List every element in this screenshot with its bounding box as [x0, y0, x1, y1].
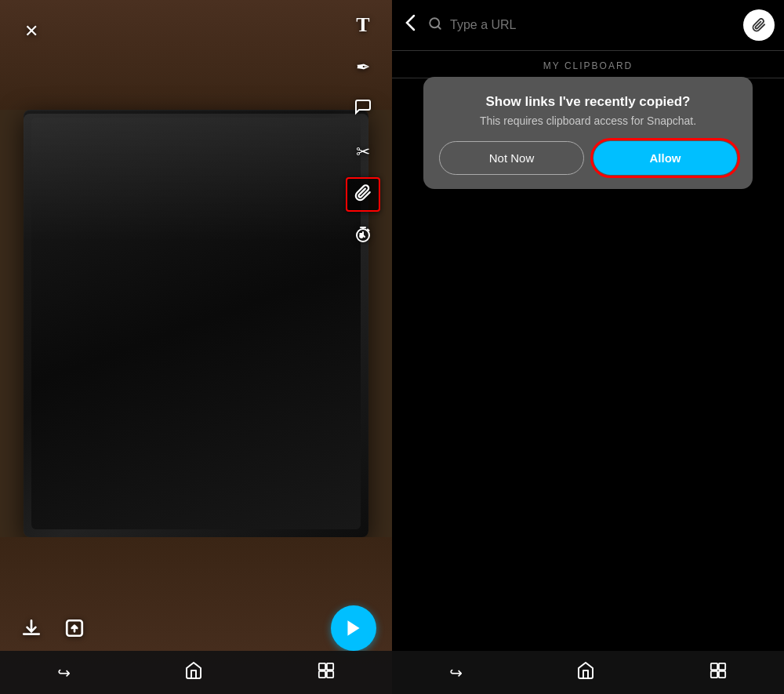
send-icon — [343, 618, 364, 638]
url-bar — [392, 0, 784, 51]
search-icon — [428, 16, 442, 35]
close-button[interactable]: ✕ — [16, 16, 47, 47]
back-nav-icon[interactable]: ↩ — [57, 663, 71, 682]
svg-rect-6 — [319, 670, 325, 677]
svg-rect-12 — [719, 670, 725, 677]
dialog-overlay: Show links I've recently copied? This re… — [392, 61, 784, 205]
svg-rect-11 — [711, 670, 717, 677]
text-tool-button[interactable]: T — [346, 8, 380, 42]
share-button[interactable] — [59, 612, 90, 644]
svg-text:5: 5 — [360, 233, 363, 238]
table-background-top — [0, 0, 392, 110]
url-attach-button[interactable] — [743, 9, 775, 41]
paperclip-tool-button[interactable] — [346, 177, 380, 212]
right-nav-bar: ↩ — [392, 651, 784, 694]
bottom-left-icons — [16, 612, 90, 644]
home-nav-icon[interactable] — [184, 661, 203, 685]
dialog-buttons: Not Now Allow — [439, 141, 737, 175]
sticker-tool-button[interactable] — [346, 93, 380, 127]
right-panel: MY CLIPBOARD Show links I've recently co… — [392, 0, 784, 694]
dialog-subtitle: This requires clipboard access for Snapc… — [439, 114, 737, 127]
recent-apps-icon[interactable] — [318, 662, 335, 684]
svg-rect-4 — [319, 663, 325, 669]
scissors-tool-button[interactable]: ✂ — [346, 135, 380, 169]
sticker-icon — [354, 98, 372, 122]
wallet-image — [24, 110, 368, 537]
left-panel: Pierre Cardin ✕ T ✒ ✂ — [0, 0, 392, 694]
svg-rect-10 — [719, 663, 725, 669]
pencil-icon: ✒ — [356, 57, 370, 78]
not-now-button[interactable]: Not Now — [439, 141, 584, 175]
send-button[interactable] — [331, 605, 376, 651]
url-back-button[interactable] — [401, 10, 420, 40]
dialog-title: Show links I've recently copied? — [439, 94, 737, 110]
url-input[interactable] — [450, 18, 735, 32]
timer-tool-button[interactable]: 5 — [346, 220, 380, 254]
left-nav-bar: ↩ — [0, 651, 392, 694]
right-toolbar: T ✒ ✂ — [346, 8, 380, 254]
right-recent-icon[interactable] — [710, 662, 727, 684]
svg-rect-9 — [711, 663, 717, 669]
svg-rect-5 — [327, 663, 333, 669]
clipboard-permission-dialog: Show links I've recently copied? This re… — [423, 77, 753, 189]
bottom-toolbar — [0, 605, 392, 651]
paperclip-icon — [354, 184, 372, 205]
pencil-tool-button[interactable]: ✒ — [346, 50, 380, 85]
right-home-icon[interactable] — [576, 661, 595, 685]
svg-marker-3 — [347, 620, 359, 636]
close-icon[interactable]: ✕ — [16, 16, 47, 47]
svg-rect-7 — [327, 670, 333, 677]
timer-icon: 5 — [354, 225, 372, 249]
scissors-icon: ✂ — [356, 142, 370, 162]
right-back-icon[interactable]: ↩ — [449, 663, 463, 682]
download-button[interactable] — [16, 612, 47, 644]
allow-button[interactable]: Allow — [593, 141, 737, 175]
text-icon: T — [356, 13, 369, 37]
